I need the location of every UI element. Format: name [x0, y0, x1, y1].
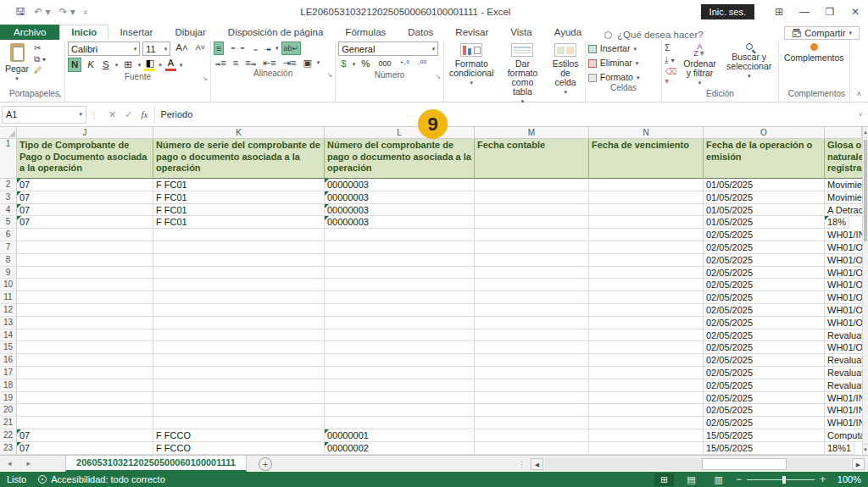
cell-L7[interactable]	[325, 241, 475, 254]
cell-O3[interactable]: 01/05/2025	[704, 191, 825, 204]
cell-L15[interactable]	[325, 341, 475, 354]
vertical-scroll-thumb[interactable]	[864, 140, 867, 241]
tab-insertar[interactable]: Insertar	[108, 25, 164, 40]
cell-J16[interactable]	[17, 354, 153, 367]
cell-L23[interactable]: 00000002	[325, 442, 475, 455]
cell-J6[interactable]	[17, 229, 153, 241]
accounting-format-icon[interactable]: $	[338, 58, 348, 70]
cell-K7[interactable]	[153, 241, 325, 254]
cell-P8[interactable]: WH01/OI	[825, 254, 862, 267]
middle-align-icon[interactable]: ᠆᠆	[226, 42, 248, 54]
cancel-icon[interactable]: ✕	[108, 109, 116, 120]
cell-J22[interactable]: 07	[17, 429, 153, 442]
cell-N16[interactable]	[589, 354, 704, 367]
cell-P14[interactable]: Revaluat	[825, 329, 862, 342]
bold-button[interactable]: N	[68, 58, 81, 72]
column-header-K[interactable]: K	[153, 127, 325, 138]
font-color-icon[interactable]: A	[165, 58, 176, 71]
cell-P17[interactable]: Revaluat	[825, 367, 862, 379]
tab-dibujar[interactable]: Dibujar	[164, 25, 216, 40]
cell-N9[interactable]	[589, 267, 704, 279]
cell-J13[interactable]	[17, 317, 153, 329]
cell-J15[interactable]	[17, 341, 153, 354]
cell-M10[interactable]	[475, 279, 589, 291]
splitter-handle[interactable]: ⋮	[515, 460, 529, 468]
column-header-N[interactable]: N	[589, 127, 704, 138]
cell-O19[interactable]: 02/05/2025	[704, 392, 825, 405]
cell-K9[interactable]	[153, 267, 325, 279]
cell-O10[interactable]: 02/05/2025	[704, 279, 825, 291]
cell-K23[interactable]: F FCCO	[153, 442, 325, 455]
number-format-combo[interactable]: General▾	[338, 42, 438, 56]
cell-L20[interactable]	[325, 404, 475, 417]
cell-M13[interactable]	[475, 317, 589, 329]
row-header-21[interactable]: 21	[0, 417, 17, 429]
cell-L8[interactable]	[325, 254, 475, 267]
header-cell[interactable]: Número del comprobante de pago o documen…	[325, 139, 475, 179]
cell-P2[interactable]: Movimie	[825, 179, 862, 191]
cell-K18[interactable]	[153, 379, 325, 392]
cell-J3[interactable]: 07	[17, 191, 153, 204]
cell-J11[interactable]	[17, 291, 153, 304]
row-header-9[interactable]: 9	[0, 267, 17, 279]
cell-P16[interactable]: Revaluat	[825, 354, 862, 367]
tab-ayuda[interactable]: Ayuda	[543, 25, 593, 40]
cell-L12[interactable]	[325, 304, 475, 317]
cell-K15[interactable]	[153, 341, 325, 354]
merge-center-icon[interactable]: ▣	[301, 57, 313, 69]
fill-icon[interactable]: ⤓ ▾	[665, 55, 676, 64]
cell-K6[interactable]	[153, 229, 325, 241]
cell-N17[interactable]	[589, 367, 704, 379]
cell-P20[interactable]: WH01/IN	[825, 404, 862, 417]
cell-O23[interactable]: 15/05/2025	[704, 442, 825, 455]
row-header-7[interactable]: 7	[0, 241, 17, 254]
cell-L4[interactable]: 00000003	[325, 204, 475, 217]
cell-J9[interactable]	[17, 267, 153, 279]
cell-L2[interactable]: 00000003	[325, 179, 475, 191]
page-break-view-icon[interactable]: ▥	[709, 473, 729, 486]
cell-M14[interactable]	[475, 329, 589, 342]
cell-N10[interactable]	[589, 279, 704, 291]
cell-M22[interactable]	[475, 429, 589, 442]
restore-button[interactable]: ❐	[817, 4, 843, 19]
clear-icon[interactable]: ⌫ ▾	[665, 67, 676, 86]
dialog-launcher-icon[interactable]: ↘	[435, 73, 441, 80]
cell-J12[interactable]	[17, 304, 153, 317]
row-header-1[interactable]: 1	[0, 139, 17, 179]
cell-N4[interactable]	[589, 204, 704, 217]
cell-O13[interactable]: 02/05/2025	[704, 317, 825, 329]
shrink-font-icon[interactable]: A˅	[193, 42, 208, 56]
collapse-ribbon-icon[interactable]: ˄	[850, 90, 868, 102]
tab-revisar[interactable]: Revisar	[444, 25, 499, 40]
cell-L19[interactable]	[325, 392, 475, 405]
cell-J14[interactable]	[17, 329, 153, 342]
cell-M4[interactable]	[475, 204, 589, 217]
customize-qat-icon[interactable]: ⸗	[84, 6, 87, 18]
enter-icon[interactable]: ✓	[125, 109, 132, 120]
cell-L16[interactable]	[325, 354, 475, 367]
cell-P5[interactable]: 18%	[825, 216, 849, 229]
select-all-corner[interactable]	[0, 127, 17, 138]
find-select-button[interactable]: Buscar y seleccionar ▾	[723, 42, 776, 82]
cell-L5[interactable]: 00000003	[325, 216, 475, 229]
scroll-right-icon[interactable]: ▶	[852, 458, 865, 470]
cell-N23[interactable]	[589, 442, 704, 455]
dialog-launcher-icon[interactable]: ↘	[56, 91, 62, 99]
cell-M2[interactable]	[475, 179, 589, 191]
cell-K5[interactable]: F FC01	[153, 216, 325, 229]
header-cell[interactable]: Fecha de la operación o emisión	[704, 139, 825, 179]
zoom-slider-track[interactable]	[747, 479, 815, 480]
cell-O20[interactable]: 02/05/2025	[704, 404, 825, 417]
cell-M8[interactable]	[475, 254, 589, 267]
row-header-4[interactable]: 4	[0, 204, 17, 217]
cell-P22[interactable]: Computa	[825, 429, 862, 442]
cell-M15[interactable]	[475, 341, 589, 354]
name-box[interactable]: A1 ▾	[2, 106, 86, 124]
format-cells-button[interactable]: Formato▾	[588, 72, 659, 83]
cell-K14[interactable]	[153, 329, 325, 342]
cell-M3[interactable]	[475, 191, 589, 204]
cell-P18[interactable]: Revaluat	[825, 379, 862, 392]
cell-N20[interactable]	[589, 404, 704, 417]
cell-P15[interactable]: WH01/OI	[825, 341, 862, 354]
cell-N21[interactable]	[589, 417, 704, 429]
